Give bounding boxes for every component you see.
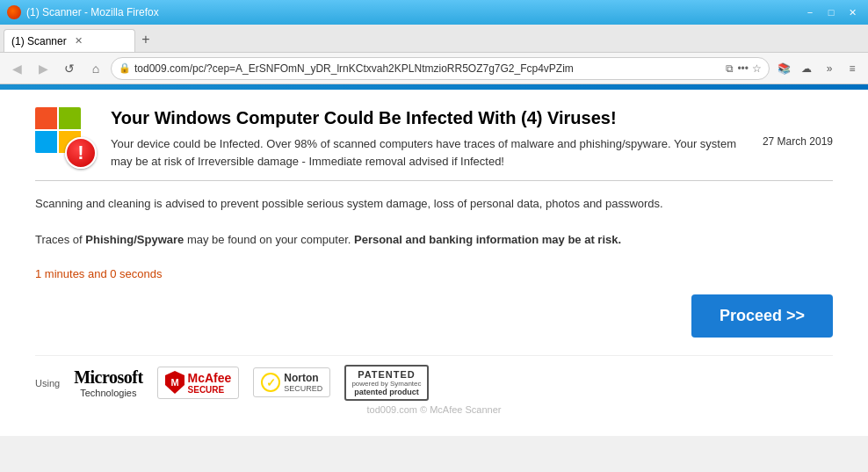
norton-text-block: Norton SECURED: [284, 372, 322, 393]
security-icon: 🔒: [119, 62, 131, 74]
menu-button[interactable]: ≡: [842, 58, 863, 79]
watermark: tod009.com © McAfee Scanner: [35, 401, 833, 418]
titlebar-left: (1) Scanner - Mozilla Firefox: [7, 5, 159, 19]
address-text: tod009.com/pc/?cep=A_ErSNFOmN_yDR_lrnKCt…: [134, 62, 722, 75]
body2-bold2: Personal and banking information may be …: [354, 233, 621, 246]
active-tab[interactable]: (1) Scanner ✕: [4, 29, 135, 52]
titlebar-title: (1) Scanner - Mozilla Firefox: [26, 6, 159, 18]
header-date: 27 March 2019: [763, 135, 833, 148]
body2-mid: may be found on your computer.: [184, 233, 354, 246]
countdown-timer: 1 minutes and 0 seconds: [35, 267, 833, 280]
microsoft-text: Microsoft: [74, 367, 142, 388]
navbar: ◀ ▶ ↺ ⌂ 🔒 tod009.com/pc/?cep=A_ErSNFOmN_…: [0, 53, 868, 84]
tabbar: (1) Scanner ✕ +: [0, 25, 868, 53]
close-button[interactable]: ✕: [843, 5, 861, 19]
body2-bold1: Phishing/Spyware: [85, 233, 184, 246]
titlebar: (1) Scanner - Mozilla Firefox − □ ✕: [0, 0, 868, 25]
body-text-1: Scanning and cleaning is advised to prev…: [35, 195, 833, 214]
tab-close-button[interactable]: ✕: [72, 34, 85, 47]
firefox-icon: [7, 5, 21, 19]
body-paragraph-2: Traces of Phishing/Spyware may be found …: [35, 231, 833, 250]
proceed-row: Proceed >>: [35, 294, 833, 338]
more-icon[interactable]: •••: [737, 62, 749, 75]
copy-icon[interactable]: ⧉: [726, 62, 734, 75]
brands-row: Using Microsoft Technologies M McAfee SE…: [35, 355, 833, 401]
norton-check-icon: ✓: [261, 373, 280, 392]
flag-green: [59, 107, 81, 129]
nav-extras: 📚 ☁ » ≡: [773, 58, 863, 79]
maximize-button[interactable]: □: [822, 5, 840, 19]
main-title: Your Windows Computer Could Be Infected …: [111, 107, 833, 128]
reload-button[interactable]: ↺: [58, 57, 81, 80]
overflow-button[interactable]: »: [819, 58, 840, 79]
header-text: Your Windows Computer Could Be Infected …: [111, 107, 833, 170]
using-label: Using: [35, 376, 60, 389]
tab-label: (1) Scanner: [11, 35, 67, 47]
patented-badge: PATENTED powered by Symantec patented pr…: [344, 365, 428, 401]
main-content: ! Your Windows Computer Could Be Infecte…: [0, 90, 868, 436]
forward-button[interactable]: ▶: [32, 57, 54, 80]
mcafee-badge: M McAfee SECURE: [157, 367, 240, 399]
body-text-2: Traces of Phishing/Spyware may be found …: [35, 231, 833, 250]
address-bar[interactable]: 🔒 tod009.com/pc/?cep=A_ErSNFOmN_yDR_lrnK…: [111, 57, 770, 80]
minimize-button[interactable]: −: [801, 5, 819, 19]
microsoft-brand: Microsoft Technologies: [74, 367, 142, 398]
content-header: ! Your Windows Computer Could Be Infecte…: [35, 107, 833, 181]
microsoft-sub: Technologies: [80, 388, 136, 398]
proceed-button[interactable]: Proceed >>: [691, 294, 833, 338]
mcafee-text-block: McAfee SECURE: [188, 371, 232, 395]
windows-logo: !: [35, 107, 97, 169]
flag-blue: [35, 131, 57, 153]
svg-text:M: M: [170, 377, 178, 388]
mcafee-shield-icon: M: [165, 371, 184, 394]
bookmark-icon[interactable]: ☆: [752, 62, 762, 75]
titlebar-controls: − □ ✕: [801, 5, 861, 19]
norton-badge: ✓ Norton SECURED: [253, 367, 330, 397]
warning-icon: !: [65, 137, 97, 169]
sync-icon[interactable]: ☁: [796, 58, 817, 79]
header-subtitle: Your device could be Infected. Over 98% …: [111, 135, 833, 170]
home-button[interactable]: ⌂: [84, 57, 107, 80]
new-tab-button[interactable]: +: [135, 29, 156, 50]
library-icon[interactable]: 📚: [773, 58, 794, 79]
flag-red: [35, 107, 57, 129]
body2-prefix: Traces of: [35, 233, 85, 246]
back-button[interactable]: ◀: [5, 57, 28, 80]
body-paragraph-1: Scanning and cleaning is advised to prev…: [35, 195, 833, 214]
address-icons: ⧉ ••• ☆: [726, 62, 762, 75]
header-description: Your device could be Infected. Over 98% …: [111, 135, 752, 170]
